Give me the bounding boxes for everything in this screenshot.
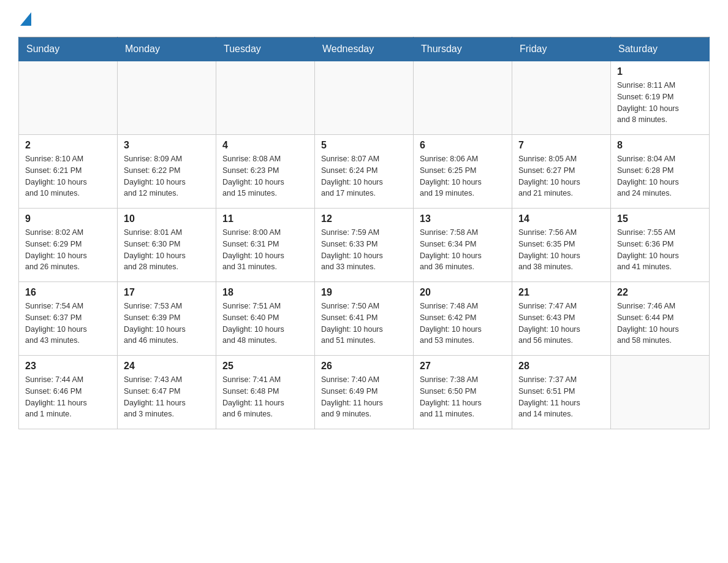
- calendar-cell: 19Sunrise: 7:50 AM Sunset: 6:41 PM Dayli…: [315, 282, 414, 356]
- calendar-cell: 27Sunrise: 7:38 AM Sunset: 6:50 PM Dayli…: [414, 356, 512, 429]
- day-number: 28: [518, 361, 604, 372]
- calendar-cell: 1Sunrise: 8:11 AM Sunset: 6:19 PM Daylig…: [611, 61, 710, 135]
- day-info: Sunrise: 7:46 AM Sunset: 6:44 PM Dayligh…: [617, 301, 703, 347]
- calendar-cell: 23Sunrise: 7:44 AM Sunset: 6:46 PM Dayli…: [19, 356, 118, 429]
- day-info: Sunrise: 7:40 AM Sunset: 6:49 PM Dayligh…: [321, 374, 407, 420]
- calendar-cell: [611, 356, 710, 429]
- day-info: Sunrise: 7:55 AM Sunset: 6:36 PM Dayligh…: [617, 227, 703, 273]
- day-info: Sunrise: 8:04 AM Sunset: 6:28 PM Dayligh…: [617, 153, 703, 199]
- day-info: Sunrise: 8:01 AM Sunset: 6:30 PM Dayligh…: [124, 227, 210, 273]
- calendar-cell: 18Sunrise: 7:51 AM Sunset: 6:40 PM Dayli…: [216, 282, 315, 356]
- calendar-cell: 12Sunrise: 7:59 AM Sunset: 6:33 PM Dayli…: [315, 209, 414, 282]
- day-number: 15: [617, 213, 703, 224]
- day-number: 24: [124, 361, 210, 372]
- day-number: 12: [321, 213, 407, 224]
- day-info: Sunrise: 8:11 AM Sunset: 6:19 PM Dayligh…: [617, 80, 703, 126]
- day-number: 13: [420, 213, 506, 224]
- day-number: 1: [617, 66, 703, 77]
- calendar-cell: 6Sunrise: 8:06 AM Sunset: 6:25 PM Daylig…: [414, 135, 512, 209]
- calendar-cell: 9Sunrise: 8:02 AM Sunset: 6:29 PM Daylig…: [19, 209, 118, 282]
- day-number: 20: [420, 287, 506, 298]
- day-number: 7: [518, 140, 604, 151]
- day-number: 18: [222, 287, 308, 298]
- day-number: 22: [617, 287, 703, 298]
- calendar-cell: [512, 61, 611, 135]
- day-number: 11: [222, 213, 308, 224]
- weekday-header-wednesday: Wednesday: [315, 37, 414, 61]
- week-row-1: 1Sunrise: 8:11 AM Sunset: 6:19 PM Daylig…: [19, 61, 710, 135]
- day-number: 27: [420, 361, 506, 372]
- day-number: 6: [420, 140, 506, 151]
- day-number: 3: [124, 140, 210, 151]
- day-number: 2: [25, 140, 111, 151]
- day-info: Sunrise: 7:50 AM Sunset: 6:41 PM Dayligh…: [321, 301, 407, 347]
- calendar-cell: 11Sunrise: 8:00 AM Sunset: 6:31 PM Dayli…: [216, 209, 315, 282]
- calendar-cell: 14Sunrise: 7:56 AM Sunset: 6:35 PM Dayli…: [512, 209, 611, 282]
- day-info: Sunrise: 8:05 AM Sunset: 6:27 PM Dayligh…: [518, 153, 604, 199]
- day-info: Sunrise: 7:47 AM Sunset: 6:43 PM Dayligh…: [518, 301, 604, 347]
- day-number: 4: [222, 140, 308, 151]
- calendar-cell: 17Sunrise: 7:53 AM Sunset: 6:39 PM Dayli…: [118, 282, 216, 356]
- day-number: 9: [25, 213, 111, 224]
- weekday-header-sunday: Sunday: [19, 37, 118, 61]
- day-info: Sunrise: 7:41 AM Sunset: 6:48 PM Dayligh…: [222, 374, 308, 420]
- day-number: 23: [25, 361, 111, 372]
- day-info: Sunrise: 7:59 AM Sunset: 6:33 PM Dayligh…: [321, 227, 407, 273]
- day-number: 10: [124, 213, 210, 224]
- calendar-cell: 16Sunrise: 7:54 AM Sunset: 6:37 PM Dayli…: [19, 282, 118, 356]
- day-info: Sunrise: 7:54 AM Sunset: 6:37 PM Dayligh…: [25, 301, 111, 347]
- weekday-header-saturday: Saturday: [611, 37, 710, 61]
- calendar-cell: 3Sunrise: 8:09 AM Sunset: 6:22 PM Daylig…: [118, 135, 216, 209]
- week-row-3: 9Sunrise: 8:02 AM Sunset: 6:29 PM Daylig…: [19, 209, 710, 282]
- day-info: Sunrise: 7:44 AM Sunset: 6:46 PM Dayligh…: [25, 374, 111, 420]
- day-info: Sunrise: 8:07 AM Sunset: 6:24 PM Dayligh…: [321, 153, 407, 199]
- calendar-cell: 24Sunrise: 7:43 AM Sunset: 6:47 PM Dayli…: [118, 356, 216, 429]
- week-row-4: 16Sunrise: 7:54 AM Sunset: 6:37 PM Dayli…: [19, 282, 710, 356]
- calendar-cell: 4Sunrise: 8:08 AM Sunset: 6:23 PM Daylig…: [216, 135, 315, 209]
- day-info: Sunrise: 8:09 AM Sunset: 6:22 PM Dayligh…: [124, 153, 210, 199]
- day-info: Sunrise: 8:08 AM Sunset: 6:23 PM Dayligh…: [222, 153, 308, 199]
- calendar-cell: [19, 61, 118, 135]
- logo-arrow-icon: [20, 12, 31, 26]
- calendar-table: SundayMondayTuesdayWednesdayThursdayFrid…: [18, 37, 710, 429]
- day-number: 5: [321, 140, 407, 151]
- day-info: Sunrise: 7:38 AM Sunset: 6:50 PM Dayligh…: [420, 374, 506, 420]
- calendar-cell: 8Sunrise: 8:04 AM Sunset: 6:28 PM Daylig…: [611, 135, 710, 209]
- page-header: [18, 12, 710, 25]
- day-info: Sunrise: 7:53 AM Sunset: 6:39 PM Dayligh…: [124, 301, 210, 347]
- day-number: 17: [124, 287, 210, 298]
- day-info: Sunrise: 8:06 AM Sunset: 6:25 PM Dayligh…: [420, 153, 506, 199]
- calendar-cell: 22Sunrise: 7:46 AM Sunset: 6:44 PM Dayli…: [611, 282, 710, 356]
- calendar-cell: 2Sunrise: 8:10 AM Sunset: 6:21 PM Daylig…: [19, 135, 118, 209]
- day-info: Sunrise: 8:00 AM Sunset: 6:31 PM Dayligh…: [222, 227, 308, 273]
- calendar-cell: [414, 61, 512, 135]
- day-info: Sunrise: 7:37 AM Sunset: 6:51 PM Dayligh…: [518, 374, 604, 420]
- calendar-cell: 20Sunrise: 7:48 AM Sunset: 6:42 PM Dayli…: [414, 282, 512, 356]
- weekday-header-thursday: Thursday: [414, 37, 512, 61]
- calendar-cell: [118, 61, 216, 135]
- day-number: 26: [321, 361, 407, 372]
- day-number: 25: [222, 361, 308, 372]
- calendar-cell: 21Sunrise: 7:47 AM Sunset: 6:43 PM Dayli…: [512, 282, 611, 356]
- calendar-cell: 28Sunrise: 7:37 AM Sunset: 6:51 PM Dayli…: [512, 356, 611, 429]
- week-row-2: 2Sunrise: 8:10 AM Sunset: 6:21 PM Daylig…: [19, 135, 710, 209]
- calendar-cell: [216, 61, 315, 135]
- calendar-cell: 26Sunrise: 7:40 AM Sunset: 6:49 PM Dayli…: [315, 356, 414, 429]
- calendar-cell: 25Sunrise: 7:41 AM Sunset: 6:48 PM Dayli…: [216, 356, 315, 429]
- day-number: 14: [518, 213, 604, 224]
- calendar-cell: 15Sunrise: 7:55 AM Sunset: 6:36 PM Dayli…: [611, 209, 710, 282]
- weekday-header-tuesday: Tuesday: [216, 37, 315, 61]
- logo: [18, 12, 31, 25]
- calendar-cell: 13Sunrise: 7:58 AM Sunset: 6:34 PM Dayli…: [414, 209, 512, 282]
- calendar-cell: 10Sunrise: 8:01 AM Sunset: 6:30 PM Dayli…: [118, 209, 216, 282]
- calendar-cell: [315, 61, 414, 135]
- day-number: 8: [617, 140, 703, 151]
- weekday-header-row: SundayMondayTuesdayWednesdayThursdayFrid…: [19, 37, 710, 61]
- day-info: Sunrise: 7:51 AM Sunset: 6:40 PM Dayligh…: [222, 301, 308, 347]
- day-info: Sunrise: 8:02 AM Sunset: 6:29 PM Dayligh…: [25, 227, 111, 273]
- day-number: 16: [25, 287, 111, 298]
- day-info: Sunrise: 8:10 AM Sunset: 6:21 PM Dayligh…: [25, 153, 111, 199]
- day-info: Sunrise: 7:56 AM Sunset: 6:35 PM Dayligh…: [518, 227, 604, 273]
- weekday-header-monday: Monday: [118, 37, 216, 61]
- week-row-5: 23Sunrise: 7:44 AM Sunset: 6:46 PM Dayli…: [19, 356, 710, 429]
